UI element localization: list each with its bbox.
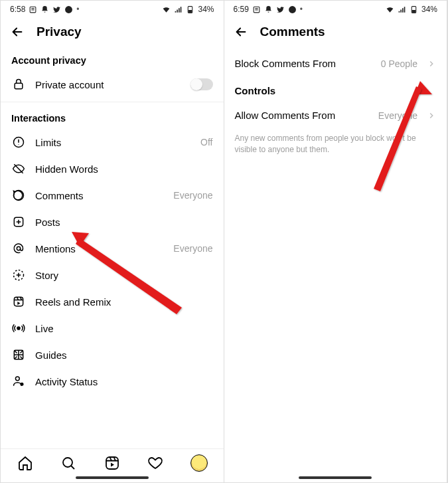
svg-point-8 [17,246,20,250]
header: Privacy [1,17,224,48]
label-hidden-words: Hidden Words [35,163,213,175]
label-limits: Limits [35,137,191,148]
note-icon [29,5,37,14]
helper-text: Any new comments from people you block w… [224,129,447,156]
row-posts[interactable]: Posts [1,209,224,235]
status-battery: 34% [421,5,437,14]
wifi-icon [386,5,394,14]
at-icon [11,241,26,256]
svg-point-14 [21,383,24,386]
value-comments: Everyone [173,190,212,201]
twitter-icon [52,5,61,14]
lock-icon [11,77,26,92]
spotify-icon [64,5,73,14]
activity-icon [11,374,26,389]
value-limits: Off [200,137,212,147]
row-private-account[interactable]: Private account [1,71,224,98]
label-posts: Posts [35,217,213,228]
gesture-bar [76,476,149,479]
status-left: 6:58 • [10,5,80,14]
status-time: 6:59 [234,5,249,14]
status-time: 6:58 [10,5,25,14]
section-interactions: Interactions [1,106,224,129]
label-block-comments-from: Block Comments From [235,58,372,69]
arrow-left-icon [10,25,25,39]
status-bar: 6:59 • 34% [224,1,447,17]
status-left: 6:59 • [234,5,303,14]
more-dot-icon: • [76,5,79,13]
label-allow-comments-from: Allow Comments From [235,110,369,121]
limits-icon [11,135,26,149]
svg-rect-22 [412,10,415,12]
row-mentions[interactable]: Mentions Everyone [1,235,224,262]
gesture-bar [299,476,372,479]
reels-icon [11,294,26,309]
note-icon [252,5,261,14]
back-button[interactable] [10,25,25,39]
story-icon [11,268,26,282]
value-mentions: Everyone [173,243,212,254]
svg-point-11 [17,327,20,330]
nav-reels[interactable] [104,454,121,472]
guides-icon [11,347,26,362]
reels-nav-icon [104,455,120,471]
nav-search[interactable] [60,454,77,472]
nav-activity[interactable] [147,454,164,472]
twitter-icon [276,5,285,14]
svg-point-1 [65,6,72,13]
status-bar: 6:58 • 34% [1,1,224,17]
plus-square-icon [11,215,26,229]
status-right: 34% [386,5,437,14]
label-guides: Guides [35,349,213,361]
svg-point-15 [63,458,72,467]
svg-rect-4 [15,83,23,88]
bottom-nav [1,448,224,473]
value-allow-comments-from: Everyone [378,110,417,121]
eye-off-icon [11,161,26,176]
search-icon [60,455,76,471]
battery-icon [410,5,418,14]
value-block-comments-from: 0 People [381,58,417,69]
wifi-icon [162,5,171,14]
page-title: Privacy [37,25,82,39]
svg-rect-16 [106,457,118,469]
phone-comments: 6:59 • 34% Comments Block Comments From … [224,1,448,482]
back-button[interactable] [234,25,248,39]
more-dot-icon: • [300,5,303,13]
svg-point-20 [289,6,296,13]
nav-home[interactable] [17,454,34,472]
label-live: Live [35,323,213,334]
divider [1,102,224,102]
section-account-privacy: Account privacy [1,48,224,71]
svg-rect-10 [14,297,23,306]
chevron-right-icon [427,111,436,120]
avatar-icon [190,454,208,472]
nav-profile[interactable] [190,454,208,472]
row-allow-comments-from[interactable]: Allow Comments From Everyone [224,102,447,129]
page-title: Comments [260,25,325,39]
row-limits[interactable]: Limits Off [1,129,224,155]
row-activity-status[interactable]: Activity Status [1,368,224,395]
phone-privacy: 6:58 • 34% Privacy Account privacy Priva… [1,1,224,482]
row-guides[interactable]: Guides [1,341,224,368]
label-activity-status: Activity Status [35,376,213,387]
signal-icon [174,5,183,14]
bell-icon [40,5,49,14]
label-reels: Reels and Remix [35,296,213,308]
row-hidden-words[interactable]: Hidden Words [1,155,224,182]
toggle-private-account[interactable] [190,78,213,90]
status-battery: 34% [198,5,214,14]
battery-icon [186,5,194,14]
row-live[interactable]: Live [1,315,224,341]
chevron-right-icon [427,59,436,68]
svg-rect-3 [189,10,192,12]
arrow-left-icon [234,25,248,39]
row-comments[interactable]: Comments Everyone [1,182,224,209]
comment-icon [11,188,26,203]
row-reels[interactable]: Reels and Remix [1,288,224,315]
row-block-comments-from[interactable]: Block Comments From 0 People [224,48,447,78]
svg-point-13 [15,377,19,381]
signal-icon [398,5,406,14]
status-right: 34% [162,5,214,14]
row-story[interactable]: Story [1,262,224,288]
